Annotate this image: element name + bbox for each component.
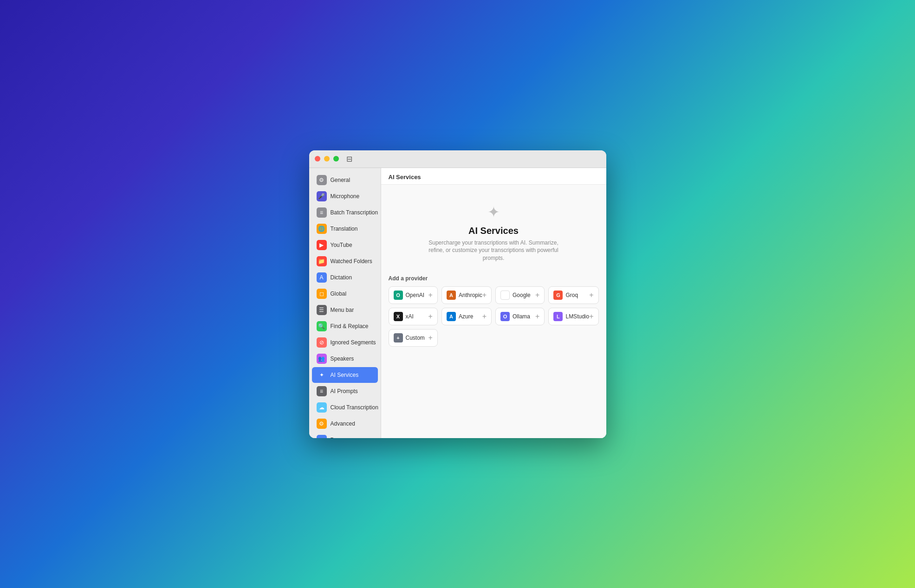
aiservices-label: AI Services [331,372,359,378]
sidebar-item-youtube[interactable]: ▶YouTube [312,237,378,253]
openai-provider-icon: O [394,291,403,300]
lmstudio-provider-icon: L [553,312,563,321]
youtube-icon: ▶ [317,240,327,250]
sidebar-toggle-icon[interactable]: ⊟ [346,155,352,163]
speakers-icon: 👥 [317,354,327,364]
general-icon: ⚙ [317,175,327,185]
hero-sparkle-icon: ✦ [487,203,500,221]
content-title: AI Services [381,168,606,185]
xai-provider-icon: X [394,312,403,321]
provider-card-groq[interactable]: GGroq+ [548,286,598,304]
azure-provider-name: Azure [459,313,473,320]
openai-add-button[interactable]: + [428,291,433,299]
close-button[interactable] [315,156,320,162]
aiservices-icon: ✦ [317,370,327,380]
aiprompts-label: AI Prompts [331,388,358,394]
sidebar-item-global[interactable]: ◻Global [312,286,378,302]
watched-icon: 📁 [317,256,327,266]
sidebar-item-aiprompts[interactable]: ≡AI Prompts [312,383,378,399]
advanced-label: Advanced [331,420,355,427]
global-label: Global [331,291,347,297]
sidebar-item-batch[interactable]: ≡Batch Transcription [312,205,378,220]
speakers-label: Speakers [331,355,354,362]
find-icon: 🔍 [317,321,327,331]
cloud-icon: ☁ [317,402,327,413]
batch-icon: ≡ [317,207,327,218]
global-icon: ◻ [317,289,327,299]
find-label: Find & Replace [331,323,369,330]
sidebar-item-translation[interactable]: 🌐Translation [312,221,378,237]
anthropic-provider-icon: A [447,291,456,300]
ollama-provider-name: Ollama [513,313,530,320]
general-label: General [331,177,350,183]
sidebar-item-advanced[interactable]: ⚙Advanced [312,416,378,432]
provider-card-openai[interactable]: OOpenAI+ [389,286,438,304]
titlebar: ⊟ [309,150,606,168]
groq-add-button[interactable]: + [589,291,593,299]
microphone-label: Microphone [331,193,360,200]
sidebar-item-menubar[interactable]: ☰Menu bar [312,302,378,318]
hero-section: ✦ AI Services Supercharge your transcrip… [389,192,599,271]
provider-card-xai[interactable]: XxAI+ [389,308,438,325]
dictation-icon: A [317,272,327,283]
menubar-label: Menu bar [331,307,354,313]
sidebar-item-pro[interactable]: ◉Pro [312,432,378,438]
minimize-button[interactable] [324,156,330,162]
providers-grid: OOpenAI+AAnthropic+✦Google+GGroq+XxAI+AA… [389,286,599,347]
custom-provider-name: Custom [406,335,425,341]
sidebar-item-speakers[interactable]: 👥Speakers [312,351,378,367]
translation-label: Translation [331,226,358,232]
provider-card-anthropic[interactable]: AAnthropic+ [441,286,492,304]
ignored-label: Ignored Segments [331,339,376,346]
watched-label: Watched Folders [331,258,372,265]
sidebar-item-cloud[interactable]: ☁Cloud Transcription [312,400,378,415]
window-body: ⚙General🎤Microphone≡Batch Transcription🌐… [309,168,606,438]
provider-card-google[interactable]: ✦Google+ [495,286,545,304]
app-window: ⊟ ⚙General🎤Microphone≡Batch Transcriptio… [309,150,606,438]
google-provider-icon: ✦ [500,291,510,300]
sidebar-item-microphone[interactable]: 🎤Microphone [312,188,378,204]
custom-add-button[interactable]: + [428,334,433,342]
sidebar-item-general[interactable]: ⚙General [312,172,378,188]
add-provider-section: Add a provider OOpenAI+AAnthropic+✦Googl… [389,275,599,347]
main-content: AI Services ✦ AI Services Supercharge yo… [381,168,606,438]
sidebar-item-find[interactable]: 🔍Find & Replace [312,318,378,334]
provider-card-lmstudio[interactable]: LLMStudio+ [548,308,598,325]
aiprompts-icon: ≡ [317,386,327,396]
lmstudio-add-button[interactable]: + [589,313,593,320]
google-provider-name: Google [513,292,531,298]
cloud-label: Cloud Transcription [331,404,378,411]
lmstudio-provider-name: LMStudio [565,313,589,320]
groq-provider-icon: G [553,291,563,300]
anthropic-provider-name: Anthropic [459,292,482,298]
pro-icon: ◉ [317,435,327,438]
azure-add-button[interactable]: + [482,313,487,320]
provider-card-custom[interactable]: +Custom+ [389,329,438,347]
ollama-add-button[interactable]: + [535,313,539,320]
sidebar-item-aiservices[interactable]: ✦AI Services [312,367,378,383]
batch-label: Batch Transcription [331,209,378,216]
anthropic-add-button[interactable]: + [482,291,487,299]
sidebar-item-dictation[interactable]: ADictation [312,270,378,285]
translation-icon: 🌐 [317,224,327,234]
provider-card-azure[interactable]: AAzure+ [441,308,492,325]
microphone-icon: 🎤 [317,191,327,201]
menubar-icon: ☰ [317,305,327,315]
xai-add-button[interactable]: + [428,313,433,320]
youtube-label: YouTube [331,242,352,248]
openai-provider-name: OpenAI [406,292,425,298]
hero-title: AI Services [468,226,519,236]
sidebar-item-watched[interactable]: 📁Watched Folders [312,253,378,269]
pro-label: Pro [331,437,339,438]
hero-subtitle: Supercharge your transcriptions with AI.… [424,239,563,262]
maximize-button[interactable] [333,156,339,162]
sidebar-item-ignored[interactable]: ⊘Ignored Segments [312,335,378,350]
content-body: ✦ AI Services Supercharge your transcrip… [381,185,606,438]
ollama-provider-icon: O [500,312,510,321]
ignored-icon: ⊘ [317,337,327,348]
azure-provider-icon: A [447,312,456,321]
groq-provider-name: Groq [565,292,578,298]
custom-provider-icon: + [394,333,403,342]
provider-card-ollama[interactable]: OOllama+ [495,308,545,325]
google-add-button[interactable]: + [535,291,539,299]
